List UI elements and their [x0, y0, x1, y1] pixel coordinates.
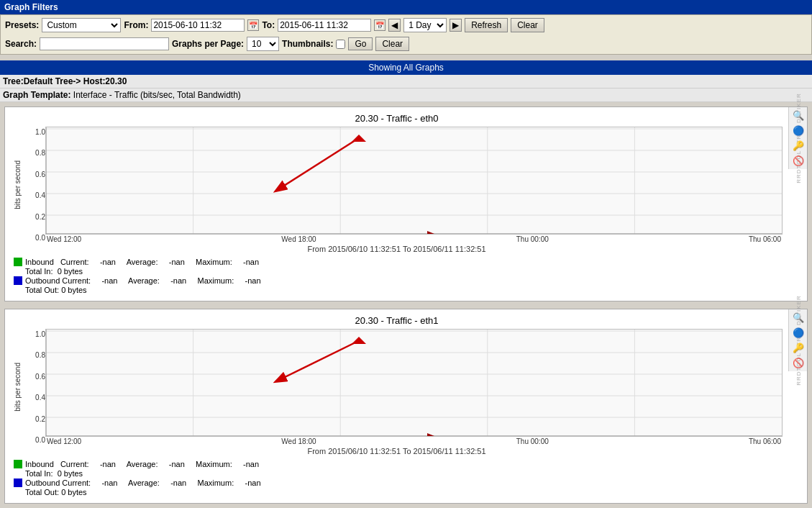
ytick-2-4: 0.2	[25, 415, 45, 423]
xtick-2-1: Wed 18:00	[281, 437, 316, 445]
go-button[interactable]: Go	[348, 37, 373, 50]
graphs-per-page-select[interactable]: 10 25 50	[247, 37, 279, 51]
inbound-color-2	[14, 460, 22, 468]
xtick-1-1: Wed 18:00	[281, 235, 316, 243]
graphs-per-page-label: Graphs per Page:	[172, 39, 244, 49]
inbound-label-1: Inbound Current: -nan Average: -nan Maxi…	[25, 258, 259, 266]
ytick-1-3: 0.4	[25, 191, 45, 199]
svg-marker-27	[427, 433, 434, 437]
svg-marker-12	[427, 231, 434, 235]
thumbnails-label: Thumbnails:	[282, 39, 333, 49]
ytick-2-2: 0.6	[25, 373, 45, 381]
ytick-1-1: 0.8	[25, 149, 45, 157]
graph-filters-header: Graph Filters	[0, 0, 812, 14]
svg-line-28	[276, 343, 355, 381]
key-icon-2[interactable]: 🔑	[793, 343, 804, 353]
from-label: From:	[124, 20, 148, 30]
key-icon-1[interactable]: 🔑	[793, 140, 804, 151]
graph-area-2: 20.30 - Traffic - eth1 bits per second 1…	[5, 309, 788, 503]
template-bar: Graph Template: Interface - Traffic (bit…	[0, 89, 812, 102]
xtick-2-2: Thu 00:00	[516, 437, 549, 445]
graph-svg-1	[45, 127, 783, 235]
graph-title-2: 20.30 - Traffic - eth1	[11, 315, 783, 326]
graph-svg-2	[45, 329, 783, 437]
total-in-2: Total In: 0 bytes	[25, 469, 83, 478]
presets-select[interactable]: CustomHalf Hour1 Hour2 Hours4 Hours6 Hou…	[42, 18, 121, 32]
graph-legend-1: Inbound Current: -nan Average: -nan Maxi…	[11, 258, 783, 294]
search-label: Search:	[5, 39, 37, 49]
refresh-button[interactable]: Refresh	[465, 18, 508, 32]
presets-label: Presets:	[5, 20, 39, 30]
inbound-color-1	[14, 258, 22, 266]
outbound-color-1	[14, 276, 22, 285]
total-out-1: Total Out: 0 bytes	[25, 286, 87, 294]
clear2-button[interactable]: Clear	[375, 37, 409, 51]
graph-legend-2: Inbound Current: -nan Average: -nan Maxi…	[11, 460, 783, 496]
svg-line-13	[276, 140, 355, 191]
clear-button[interactable]: Clear	[511, 18, 544, 32]
showing-bar: Showing All Graphs	[0, 60, 812, 75]
to-label: To:	[262, 20, 275, 30]
graph-xlabel-1: From 2015/06/10 11:32:51 To 2015/06/11 1…	[11, 245, 783, 253]
ytick-1-0: 1.0	[25, 128, 45, 136]
graph-title-1: 20.30 - Traffic - eth0	[11, 113, 783, 124]
total-in-1: Total In: 0 bytes	[25, 267, 83, 276]
to-input[interactable]	[278, 19, 371, 32]
thumbnails-checkbox[interactable]	[336, 40, 345, 49]
ytick-1-4: 0.2	[25, 213, 45, 221]
template-value: Interface - Traffic (bits/sec, Total Ban…	[73, 90, 241, 100]
graph-sidebar-2: RRDTOOL / TREE DETIKER 🔍 🔵 🔑 🚫	[788, 309, 807, 371]
graph-area-1: 20.30 - Traffic - eth0 bits per second 1…	[5, 107, 788, 301]
zoom-icon-1[interactable]: 🔍	[793, 110, 804, 121]
outbound-color-2	[14, 478, 22, 487]
template-label: Graph Template:	[3, 90, 70, 100]
graphs-container: 20.30 - Traffic - eth0 bits per second 1…	[0, 102, 812, 508]
from-input[interactable]	[151, 19, 245, 32]
prev-arrow[interactable]: ◀	[388, 19, 401, 32]
inbound-label-2: Inbound Current: -nan Average: -nan Maxi…	[25, 460, 259, 468]
svg-marker-29	[352, 337, 366, 344]
next-arrow[interactable]: ▶	[450, 19, 462, 32]
interval-select[interactable]: 1 Hour2 Hours4 Hours6 Hours12 Hours1 Day…	[403, 18, 447, 32]
info-icon-1[interactable]: 🔵	[793, 125, 804, 136]
graph-row-1: 20.30 - Traffic - eth0 bits per second 1…	[4, 106, 808, 301]
y-label-2: bits per second	[14, 363, 22, 412]
outbound-label-2: Outbound Current: -nan Average: -nan Max…	[25, 478, 261, 487]
ytick-1-2: 0.6	[25, 171, 45, 178]
stop-icon-1[interactable]: 🚫	[793, 155, 804, 166]
y-label-1: bits per second	[14, 160, 22, 209]
stop-icon-2[interactable]: 🚫	[793, 358, 804, 368]
search-input[interactable]	[40, 37, 169, 50]
xtick-2-3: Thu 06:00	[749, 437, 781, 445]
graph-xlabel-2: From 2015/06/10 11:32:51 To 2015/06/11 1…	[11, 447, 783, 455]
ytick-1-5: 0.0	[25, 234, 45, 242]
info-icon-2[interactable]: 🔵	[793, 327, 804, 338]
to-calendar-icon[interactable]: 📅	[374, 19, 386, 31]
tree-bar: Tree:Default Tree-> Host:20.30	[0, 75, 812, 89]
outbound-label-1: Outbound Current: -nan Average: -nan Max…	[25, 276, 261, 285]
filters-bar: Presets: CustomHalf Hour1 Hour2 Hours4 H…	[0, 14, 812, 55]
zoom-icon-2[interactable]: 🔍	[793, 312, 804, 323]
ytick-2-0: 1.0	[25, 330, 45, 338]
total-out-2: Total Out: 0 bytes	[25, 488, 87, 496]
xtick-1-2: Thu 00:00	[516, 235, 549, 243]
svg-marker-14	[352, 135, 366, 142]
ytick-2-5: 0.0	[25, 436, 45, 444]
ytick-2-3: 0.4	[25, 394, 45, 402]
xtick-2-0: Wed 12:00	[47, 437, 81, 445]
xtick-1-3: Thu 06:00	[749, 235, 781, 243]
xtick-1-0: Wed 12:00	[47, 235, 81, 243]
ytick-2-1: 0.8	[25, 351, 45, 359]
from-calendar-icon[interactable]: 📅	[247, 19, 259, 31]
graph-sidebar-1: RRDTOOL / TREE DETIKER 🔍 🔵 🔑 🚫	[788, 107, 807, 169]
graph-row-2: 20.30 - Traffic - eth1 bits per second 1…	[4, 309, 808, 504]
